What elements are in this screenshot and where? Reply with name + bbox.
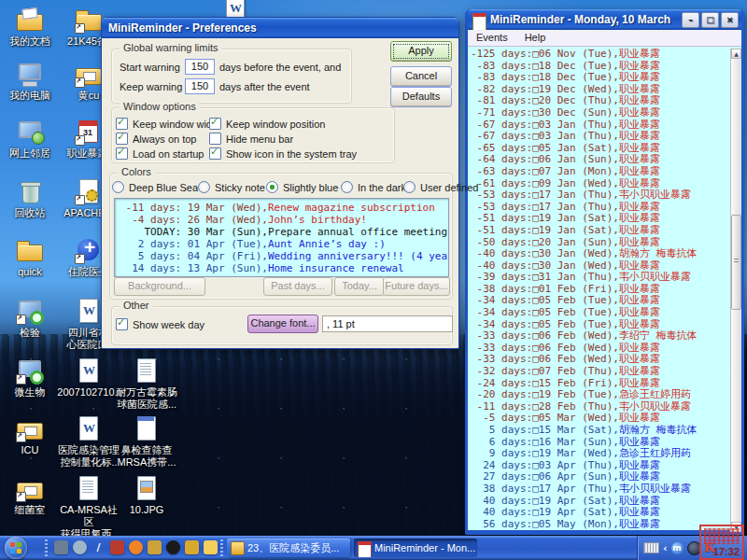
- preview-row-text: Wedding anniversary!!! (4 years): [268, 250, 449, 262]
- start-button[interactable]: [5, 537, 27, 559]
- future-days-button[interactable]: Future days...: [383, 277, 450, 296]
- quicklaunch-nib-icon[interactable]: [148, 540, 162, 554]
- checkbox-load-on-startup[interactable]: Load on startup: [116, 147, 204, 160]
- reminder-row-date: -51 days:□19 Jan (Sat),: [471, 224, 619, 236]
- checkbox-box[interactable]: [209, 133, 221, 145]
- reminder-row-text: 职业暴露: [619, 177, 660, 189]
- keep-warning-input[interactable]: 150: [185, 78, 215, 94]
- preview-row-date: TODAY: 30 Mar (Sun),: [120, 226, 268, 238]
- checkbox-box[interactable]: [116, 147, 128, 160]
- apply-button[interactable]: Apply: [390, 41, 452, 62]
- reminder-row-text: 职业暴露: [619, 212, 660, 224]
- checkbox-hide-menu-bar[interactable]: Hide menu bar: [209, 133, 293, 145]
- show-week-day-checkbox[interactable]: Show week day: [116, 318, 204, 330]
- desktop-icon-耐万古霉素肠[interactable]: 耐万古霉素肠 球菌医院感...: [115, 357, 178, 411]
- quicklaunch-qq-icon[interactable]: [166, 540, 180, 554]
- radio-circle[interactable]: [266, 181, 278, 193]
- reminder-row-text: 职业暴露: [619, 119, 660, 131]
- taskbar-separator: [220, 539, 223, 556]
- desktop-icon-quick[interactable]: quick: [0, 236, 62, 278]
- desktop-icon-CA-MRSA社区[interactable]: CA-MRSA社区 获得甲氧西..: [57, 474, 120, 540]
- desktop-icon-label: ICU: [0, 444, 62, 456]
- desktop-icon-我的电脑[interactable]: 我的电脑: [0, 60, 62, 102]
- cancel-button[interactable]: Cancel: [390, 66, 452, 87]
- maxthon-icon[interactable]: m: [671, 542, 684, 554]
- quicklaunch-chart-icon[interactable]: [110, 540, 124, 554]
- checkbox-box[interactable]: [116, 133, 128, 145]
- desktop-icon-2007102710..[interactable]: 2007102710..: [57, 357, 120, 399]
- checkbox-box[interactable]: [116, 118, 128, 130]
- shortcut-arrow-icon: [16, 492, 26, 502]
- desktop-icon-回收站[interactable]: 回收站: [0, 177, 62, 219]
- reminder-row-text: 职业暴露: [619, 353, 660, 365]
- reminder-row-date: -82 days:□19 Dec (Wed),: [471, 83, 619, 95]
- reminder-row-date: -40 days:□30 Jan (Wed),: [471, 259, 619, 272]
- quicklaunch-firefox-icon[interactable]: [129, 540, 143, 554]
- menu-events[interactable]: Events: [468, 30, 516, 46]
- reminder-row-date: -38 days:□01 Feb (Fri),: [471, 283, 619, 295]
- taskbar-clock[interactable]: 17:32: [713, 546, 740, 557]
- radio-circle[interactable]: [341, 181, 353, 193]
- folder-icon: [231, 541, 245, 555]
- quicklaunch-camera-icon[interactable]: [54, 540, 68, 554]
- keyboard-icon[interactable]: [643, 542, 659, 553]
- preview-row: -4 days: 26 Mar (Wed),John’s birthday!: [120, 214, 448, 226]
- desktop-icon-医院感染管理[interactable]: 医院感染管理 控制量化标..: [57, 414, 120, 469]
- radio-sticky-note[interactable]: Sticky note: [198, 181, 265, 193]
- quicklaunch-pen-icon[interactable]: /: [92, 540, 106, 554]
- checkbox-keep-window-width[interactable]: Keep window width: [116, 118, 220, 130]
- menu-help[interactable]: Help: [516, 30, 555, 46]
- folder-icon: [14, 236, 46, 264]
- desktop-icon-微生物[interactable]: 微生物: [0, 357, 62, 399]
- desktop-icon-细菌室[interactable]: 细菌室: [0, 474, 62, 516]
- desktop-icon-鼻检查筛查[interactable]: 鼻检查筛查 MRSA携带...: [115, 414, 178, 469]
- desktop-icon-ICU[interactable]: ICU: [0, 414, 62, 456]
- start-warning-input[interactable]: 150: [185, 59, 215, 75]
- preview-row-text: Renew magazine subscription: [268, 202, 435, 214]
- radio-deep-blue-sea[interactable]: Deep Blue Sea: [112, 181, 198, 193]
- taskbar-task-2[interactable]: MiniReminder - Mon...: [354, 539, 477, 557]
- checkbox-box[interactable]: [209, 147, 221, 160]
- radio-in-the-dark[interactable]: In the dark: [341, 181, 406, 193]
- checkbox-keep-window-position[interactable]: Keep window position: [209, 118, 325, 130]
- radio-label: In the dark: [358, 182, 406, 193]
- today-button[interactable]: Today...: [334, 277, 385, 296]
- scrollbar-thumb[interactable]: [731, 215, 741, 310]
- collapse-chevron-icon[interactable]: ‹: [663, 542, 668, 554]
- quicklaunch-folder-icon[interactable]: [204, 540, 218, 554]
- restore-button[interactable]: □: [701, 12, 719, 28]
- desktop-icon-网上邻居[interactable]: 网上邻居: [0, 118, 62, 160]
- background-button[interactable]: Background...: [114, 277, 205, 296]
- checkbox-always-on-top[interactable]: Always on top: [116, 133, 196, 145]
- checkbox-box[interactable]: [116, 318, 128, 330]
- scroll-up-icon[interactable]: ▲: [731, 49, 741, 59]
- taskbar-task-1[interactable]: 23、医院感染委员...: [227, 539, 350, 557]
- reminder-row-date: -11 days:□28 Feb (Thu),: [471, 400, 619, 413]
- defaults-button[interactable]: Defaults: [390, 87, 452, 107]
- quicklaunch-lock-icon[interactable]: [185, 540, 199, 554]
- minimize-button[interactable]: –: [682, 12, 699, 28]
- desktop-icon-10.JPG[interactable]: 10.JPG: [115, 474, 178, 516]
- checkbox-box[interactable]: [209, 118, 221, 130]
- radio-slightly-blue[interactable]: Slightly blue: [266, 181, 338, 193]
- radio-circle[interactable]: [198, 181, 210, 193]
- other-group: Other Show week day Change font... , 11 …: [111, 306, 453, 345]
- radio-circle[interactable]: [112, 181, 124, 193]
- checkbox-label: Show icon in the system tray: [226, 148, 357, 160]
- past-days-button[interactable]: Past days...: [263, 277, 332, 296]
- scrollbar[interactable]: ▲ ▼: [730, 49, 741, 532]
- desktop-icon-检验[interactable]: 检验: [0, 297, 62, 339]
- quicklaunch-lens-icon[interactable]: [73, 540, 87, 554]
- radio-circle[interactable]: [403, 181, 416, 193]
- group-title: Global warning limits: [120, 42, 221, 53]
- preferences-dialog-titlebar[interactable]: MiniReminder - Preferences: [102, 18, 458, 38]
- checkbox-show-icon-in-the-system-tray[interactable]: Show icon in the system tray: [209, 147, 357, 160]
- minireminder-titlebar[interactable]: MiniReminder - Monday, 10 March – □ ×: [468, 9, 741, 30]
- minireminder-window: MiniReminder - Monday, 10 March – □ × Ev…: [465, 9, 744, 535]
- font-value-field[interactable]: , 11 pt: [322, 315, 453, 332]
- radio-user-defined[interactable]: User defined: [403, 181, 478, 193]
- change-font-button[interactable]: Change font...: [247, 315, 318, 333]
- desktop-icon-我的文档[interactable]: 我的文档: [0, 6, 62, 48]
- close-button[interactable]: ×: [721, 12, 739, 28]
- desktop-icon-label: 网上邻居: [0, 147, 62, 160]
